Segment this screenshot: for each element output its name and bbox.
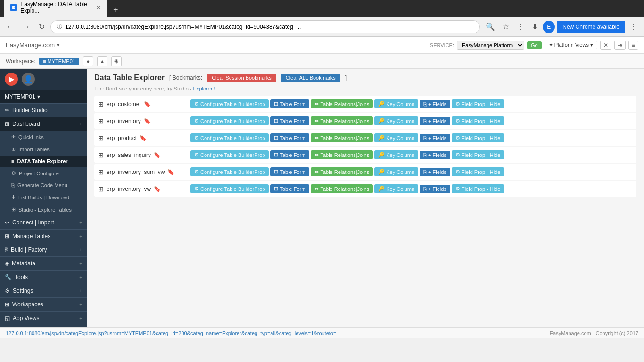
clear-all-bookmarks-button[interactable]: Clear ALL Bookmarks (281, 74, 340, 82)
url-input[interactable] (65, 24, 474, 30)
sidebar-item-connect-import[interactable]: ⇔ Connect | Import + (0, 216, 87, 230)
sidebar-item-project-configure[interactable]: ⚙ Project Configure (0, 167, 87, 180)
table-form-button[interactable]: ⊞ Table Form (270, 184, 309, 193)
sidebar-builder-studio[interactable]: ✏ Builder Studio (0, 104, 87, 117)
fields-button[interactable]: ⎘ + Fields (420, 100, 450, 108)
configure-table-button[interactable]: ⚙ Configure Table BuilderProp (190, 99, 269, 108)
menu-icon[interactable]: ≡ (628, 41, 638, 50)
workspace-btn3[interactable]: ◉ (111, 56, 122, 66)
key-icon: 🔑 (378, 169, 385, 175)
table-relations-button[interactable]: ⇔ Table Relations|Joins (311, 184, 373, 193)
sidebar-item-quicklinks[interactable]: ✈ QuickLinks (0, 131, 87, 143)
key-column-button[interactable]: 🔑 Key Column (374, 116, 418, 125)
active-tab[interactable]: E EasyManage : DATA Table Explo... ✕ (4, 0, 107, 17)
field-prop-button[interactable]: ⚙ Field Prop - Hide (452, 150, 504, 159)
platform-views-button[interactable]: ✦ Platform Views ▾ (545, 41, 597, 49)
key-column-button[interactable]: 🔑 Key Column (374, 99, 418, 108)
table-relations-button[interactable]: ⇔ Table Relations|Joins (311, 167, 373, 176)
fields-button[interactable]: ⎘ + Fields (420, 185, 450, 193)
field-prop-button[interactable]: ⚙ Field Prop - Hide (452, 116, 504, 125)
back-button[interactable]: ← (4, 21, 17, 33)
download-icon[interactable]: ⬇ (529, 20, 541, 33)
new-tab-button[interactable]: + (109, 3, 122, 17)
key-column-button[interactable]: 🔑 Key Column (374, 167, 418, 176)
search-icon[interactable]: 🔍 (483, 20, 498, 33)
table-relations-button[interactable]: ⇔ Table Relations|Joins (311, 133, 373, 142)
builder-studio-label: Builder Studio (12, 107, 48, 114)
key-column-button[interactable]: 🔑 Key Column (374, 133, 418, 142)
build-expand-icon: + (79, 247, 82, 253)
sidebar-item-dashboard[interactable]: ⊞ Dashboard + (0, 117, 87, 131)
service-select[interactable]: EasyManage Platform (457, 41, 524, 50)
sidebar-header: ▶ 👤 (0, 69, 87, 90)
sidebar-item-settings[interactable]: ⚙ Settings + (0, 284, 87, 298)
forward-button[interactable]: → (20, 21, 33, 33)
config-gear-icon: ⚙ (194, 118, 199, 124)
sidebar-item-metadata[interactable]: ◈ Metadata + (0, 257, 87, 271)
settings-icon[interactable]: ⋮ (514, 20, 527, 33)
fields-button[interactable]: ⎘ + Fields (420, 168, 450, 176)
fields-button[interactable]: ⎘ + Fields (420, 151, 450, 159)
tip-link[interactable]: Explorer ! (193, 86, 215, 91)
clear-session-bookmarks-button[interactable]: Clear Session Bookmarks (207, 74, 276, 82)
table-bookmark-icon[interactable]: 🔖 (144, 118, 151, 124)
sidebar-item-app-views[interactable]: ◱ App Views + (0, 312, 87, 325)
profile-icon[interactable]: E (543, 21, 555, 33)
sidebar-item-tools[interactable]: 🔧 Tools + (0, 271, 87, 284)
field-prop-button[interactable]: ⚙ Field Prop - Hide (452, 184, 504, 193)
sidebar-item-import-tables[interactable]: ⊕ Import Tables (0, 143, 87, 156)
table-form-button[interactable]: ⊞ Table Form (270, 133, 309, 142)
field-prop-button[interactable]: ⚙ Field Prop - Hide (452, 99, 504, 108)
sidebar-item-manage-tables[interactable]: ⊞ Manage Tables + (0, 230, 87, 243)
fieldprop-gear-icon: ⚙ (455, 118, 460, 124)
sidebar-item-generate-code[interactable]: ⎘ Generate Code Menu (0, 180, 87, 191)
sidebar-item-build-factory[interactable]: ⎘ Build | Factory + (0, 243, 87, 257)
field-prop-button[interactable]: ⚙ Field Prop - Hide (452, 167, 504, 176)
workspace-btn1[interactable]: ● (83, 56, 93, 66)
table-bookmark-icon[interactable]: 🔖 (167, 169, 174, 175)
bookmark-star-icon[interactable]: ☆ (500, 20, 512, 33)
go-button[interactable]: Go (527, 41, 542, 49)
table-bookmark-icon[interactable]: 🔖 (144, 101, 151, 107)
table-form-button[interactable]: ⊞ Table Form (270, 116, 309, 125)
configure-table-button[interactable]: ⚙ Configure Table BuilderProp (190, 184, 269, 193)
table-action-buttons: ⚙ Configure Table BuilderProp ⊞ Table Fo… (189, 166, 506, 177)
table-bookmark-icon[interactable]: 🔖 (140, 135, 147, 141)
sidebar-item-list-builds[interactable]: ⬇ List Builds | Download (0, 191, 87, 204)
key-column-button[interactable]: 🔑 Key Column (374, 150, 418, 159)
table-grid-icon: ⊞ (98, 100, 104, 108)
configure-table-button[interactable]: ⚙ Configure Table BuilderProp (190, 167, 269, 176)
sidebar-user-section[interactable]: MYTEMP01 ▾ (0, 90, 87, 104)
table-bookmark-icon[interactable]: 🔖 (154, 152, 161, 158)
key-column-button[interactable]: 🔑 Key Column (374, 184, 418, 193)
fields-button[interactable]: ⎘ + Fields (420, 134, 450, 142)
configure-table-button[interactable]: ⚙ Configure Table BuilderProp (190, 133, 269, 142)
table-relations-button[interactable]: ⇔ Table Relations|Joins (311, 99, 373, 108)
table-form-button[interactable]: ⊞ Table Form (270, 167, 309, 176)
table-form-button[interactable]: ⊞ Table Form (270, 150, 309, 159)
refresh-button[interactable]: ↻ (36, 20, 48, 33)
sidebar-item-studio-explore[interactable]: ⊞ Studio - Explore Tables (0, 204, 87, 216)
close-icon[interactable]: ✕ (600, 41, 611, 50)
sidebar: ▶ 👤 MYTEMP01 ▾ ✏ Builder Studio (0, 69, 87, 327)
table-form-button[interactable]: ⊞ Table Form (270, 99, 309, 108)
table-relations-button[interactable]: ⇔ Table Relations|Joins (311, 116, 373, 125)
sidebar-item-workspaces[interactable]: ⊞ Workspaces + (0, 298, 87, 312)
table-action-buttons: ⚙ Configure Table BuilderProp ⊞ Table Fo… (189, 183, 506, 194)
field-prop-button[interactable]: ⚙ Field Prop - Hide (452, 133, 504, 142)
table-relations-button[interactable]: ⇔ Table Relations|Joins (311, 150, 373, 159)
table-grid-icon: ⊞ (98, 117, 104, 125)
table-action-buttons: ⚙ Configure Table BuilderProp ⊞ Table Fo… (189, 132, 506, 143)
sidebar-item-data-table-explorer[interactable]: ≡ DATA Table Explorer (0, 156, 87, 167)
configure-table-button[interactable]: ⚙ Configure Table BuilderProp (190, 116, 269, 125)
table-bookmark-icon[interactable]: 🔖 (154, 186, 161, 192)
share-icon[interactable]: ⇥ (614, 41, 626, 50)
logo-text-label: EasyManage.com (6, 41, 55, 49)
tab-close-button[interactable]: ✕ (96, 4, 101, 11)
more-options-icon[interactable]: ⋮ (627, 20, 640, 33)
new-chrome-button[interactable]: New Chrome available (557, 21, 625, 33)
top-bar-left: EasyManage.com ▾ (6, 41, 60, 49)
fields-button[interactable]: ⎘ + Fields (420, 117, 450, 125)
workspace-btn2[interactable]: ▲ (97, 56, 107, 66)
configure-table-button[interactable]: ⚙ Configure Table BuilderProp (190, 150, 269, 159)
